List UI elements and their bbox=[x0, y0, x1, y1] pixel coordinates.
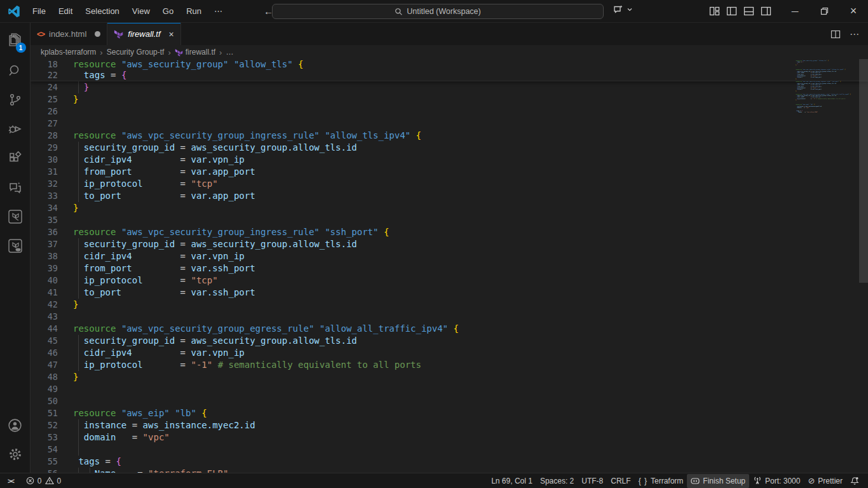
code-line-51[interactable]: 51resource "aws_eip" "lb" { bbox=[31, 407, 868, 419]
notifications-bell[interactable] bbox=[846, 474, 863, 488]
breadcrumb-item[interactable]: Security Group-tf bbox=[107, 48, 165, 57]
line-number: 53 bbox=[31, 431, 58, 444]
minimize-button[interactable]: ─ bbox=[780, 0, 810, 22]
formatter-status[interactable]: ⊘ Prettier bbox=[804, 474, 846, 488]
tab-firewall-tf[interactable]: firewall.tf × bbox=[107, 23, 180, 45]
remote-indicator[interactable]: >< bbox=[4, 477, 20, 485]
line-content: security_group_id = aws_security_group.a… bbox=[73, 335, 868, 347]
bell-icon bbox=[850, 477, 859, 485]
indent-guide bbox=[78, 444, 79, 456]
code-line-49[interactable]: 49 bbox=[31, 383, 868, 395]
braces-icon: { } bbox=[639, 477, 648, 485]
menu-[interactable]: ⋯ bbox=[208, 4, 228, 18]
explorer-icon[interactable]: 1 bbox=[0, 23, 31, 56]
code-line-55[interactable]: 55 tags = { bbox=[31, 456, 868, 468]
line-number: 40 bbox=[31, 274, 58, 287]
run-and-debug-icon[interactable] bbox=[0, 114, 31, 144]
editor-more-actions-icon[interactable]: ⋯ bbox=[850, 29, 859, 40]
code-line-45[interactable]: 45 security_group_id = aws_security_grou… bbox=[31, 335, 868, 347]
code-line-54[interactable]: 54 bbox=[31, 444, 868, 456]
code-line-25[interactable]: 25} bbox=[31, 93, 868, 105]
code-line-39[interactable]: 39 from_port = var.ssh_port bbox=[31, 262, 868, 274]
breadcrumb-item[interactable]: kplabs-terraform bbox=[41, 48, 96, 57]
code-line-28[interactable]: 28resource "aws_vpc_security_group_ingre… bbox=[31, 130, 868, 142]
line-content: to_port = var.app_port bbox=[73, 190, 868, 202]
code-line-35[interactable]: 35 bbox=[31, 214, 868, 226]
code-line-47[interactable]: 47 ip_protocol = "-1" # semantically equ… bbox=[31, 359, 868, 371]
chat-sidebar-icon[interactable] bbox=[0, 173, 31, 202]
code-line-40[interactable]: 40 ip_protocol = "tcp" bbox=[31, 274, 868, 287]
indentation[interactable]: Spaces: 2 bbox=[536, 474, 578, 488]
split-editor-icon[interactable] bbox=[831, 29, 841, 39]
accounts-icon[interactable] bbox=[0, 410, 31, 440]
code-line-42[interactable]: 42} bbox=[31, 299, 868, 311]
tab-index-html[interactable]: <> index.html bbox=[31, 23, 107, 45]
extensions-icon[interactable] bbox=[0, 144, 31, 173]
command-center-search[interactable]: Untitled (Workspace) bbox=[272, 4, 604, 19]
code-line-36[interactable]: 36resource "aws_vpc_security_group_ingre… bbox=[31, 226, 868, 238]
code-line-48[interactable]: 48} bbox=[31, 371, 868, 383]
code-line-52[interactable]: 52 instance = aws_instance.myec2.id bbox=[31, 419, 868, 431]
code-line-26[interactable]: 26 bbox=[31, 105, 868, 118]
code-line-50[interactable]: 50 bbox=[31, 395, 868, 407]
problems-indicator[interactable]: 0 0 bbox=[22, 474, 65, 488]
chat-toggle-button[interactable] bbox=[612, 3, 633, 16]
breadcrumb-item[interactable]: firewall.tf bbox=[175, 48, 215, 57]
code-line-30[interactable]: 30 cidr_ipv4 = var.vpn_ip bbox=[31, 154, 868, 166]
copilot-finish-setup[interactable]: Finish Setup bbox=[687, 474, 749, 488]
toggle-secondary-sidebar-icon[interactable] bbox=[761, 6, 771, 17]
code-line-27[interactable]: 27 bbox=[31, 118, 868, 130]
search-sidebar-icon[interactable] bbox=[0, 56, 31, 85]
indent-guide bbox=[78, 250, 79, 262]
code-line-22[interactable]: 22 tags = { bbox=[31, 70, 868, 81]
vertical-scrollbar[interactable] bbox=[859, 59, 868, 283]
code-line-53[interactable]: 53 domain = "vpc" bbox=[31, 431, 868, 444]
toggle-panel-icon[interactable] bbox=[743, 6, 754, 17]
menu-go[interactable]: Go bbox=[157, 4, 179, 18]
close-window-button[interactable]: × bbox=[839, 0, 868, 22]
encoding[interactable]: UTF-8 bbox=[578, 474, 607, 488]
code-line-43[interactable]: 43 bbox=[31, 311, 868, 323]
code-editor[interactable]: 18resource "aws_security_group" "allow_t… bbox=[31, 59, 868, 473]
terraform-sidebar-icon[interactable] bbox=[0, 202, 31, 231]
source-control-icon[interactable] bbox=[0, 85, 31, 114]
terraform-cloud-sidebar-icon[interactable] bbox=[0, 231, 31, 261]
eol-sequence[interactable]: CRLF bbox=[607, 474, 634, 488]
settings-gear-icon[interactable] bbox=[0, 440, 31, 469]
toggle-primary-sidebar-icon[interactable] bbox=[726, 6, 737, 17]
menu-selection[interactable]: Selection bbox=[79, 4, 125, 18]
code-line-31[interactable]: 31 from_port = var.app_port bbox=[31, 166, 868, 178]
minimap[interactable]: resource "aws_security_group" "allow_tls… bbox=[796, 60, 859, 113]
indent-guide bbox=[78, 178, 79, 190]
language-mode[interactable]: { } Terraform bbox=[635, 474, 688, 488]
cursor-position[interactable]: Ln 69, Col 1 bbox=[487, 474, 536, 488]
code-line-34[interactable]: 34} bbox=[31, 202, 868, 214]
menu-run[interactable]: Run bbox=[180, 4, 207, 18]
menu-file[interactable]: File bbox=[27, 4, 51, 18]
tab-close-icon[interactable]: × bbox=[169, 30, 174, 39]
code-line-24[interactable]: 24 } bbox=[31, 81, 868, 93]
menu-edit[interactable]: Edit bbox=[53, 4, 78, 18]
indent-guide bbox=[78, 262, 79, 274]
line-number: 55 bbox=[31, 456, 58, 468]
code-line-56[interactable]: 56 Name = "terraform-ELB" bbox=[31, 468, 868, 473]
code-line-33[interactable]: 33 to_port = var.app_port bbox=[31, 190, 868, 202]
port-forward[interactable]: Port: 3000 bbox=[749, 474, 804, 488]
line-content: cidr_ipv4 = var.vpn_ip bbox=[73, 250, 868, 262]
customize-layout-icon[interactable] bbox=[709, 6, 720, 17]
code-line-18[interactable]: 18resource "aws_security_group" "allow_t… bbox=[31, 59, 868, 70]
line-number: 30 bbox=[31, 154, 58, 166]
code-line-37[interactable]: 37 security_group_id = aws_security_grou… bbox=[31, 238, 868, 250]
code-line-29[interactable]: 29 security_group_id = aws_security_grou… bbox=[31, 142, 868, 154]
code-line-44[interactable]: 44resource "aws_vpc_security_group_egres… bbox=[31, 323, 868, 335]
modified-dot-icon[interactable] bbox=[95, 31, 100, 37]
code-line-41[interactable]: 41 to_port = var.ssh_port bbox=[31, 287, 868, 299]
restore-button[interactable] bbox=[810, 0, 839, 22]
code-line-46[interactable]: 46 cidr_ipv4 = var.vpn_ip bbox=[31, 347, 868, 359]
warning-icon bbox=[45, 477, 54, 485]
code-line-32[interactable]: 32 ip_protocol = "tcp" bbox=[31, 178, 868, 190]
menu-view[interactable]: View bbox=[126, 4, 156, 18]
line-content: instance = aws_instance.myec2.id bbox=[73, 419, 868, 431]
code-line-38[interactable]: 38 cidr_ipv4 = var.vpn_ip bbox=[31, 250, 868, 262]
breadcrumb-item[interactable]: … bbox=[226, 48, 233, 57]
